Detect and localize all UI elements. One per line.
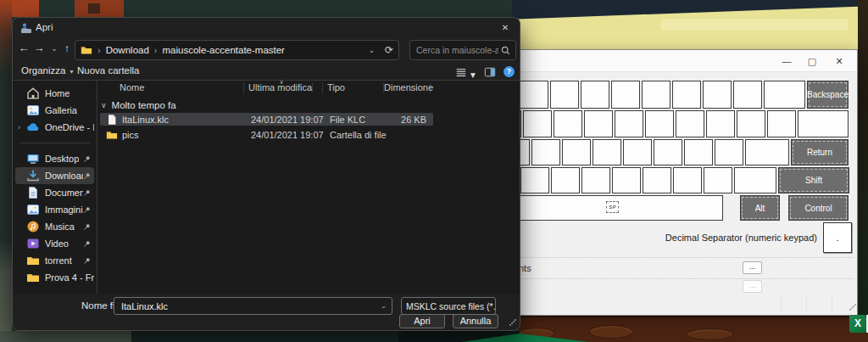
blank-key[interactable] xyxy=(684,139,713,165)
blank-key[interactable] xyxy=(673,167,702,193)
blank-key[interactable] xyxy=(593,139,621,165)
sidebar-item-musica[interactable]: Musica xyxy=(15,218,94,235)
address-dropdown-icon[interactable]: ⌄ xyxy=(369,47,375,54)
blank-key[interactable] xyxy=(676,110,704,137)
file-row-pics[interactable]: pics24/01/2021 19:07Cartella di file xyxy=(100,128,433,141)
organize-button[interactable]: Organizza▾ xyxy=(21,65,73,76)
blank-key[interactable] xyxy=(737,110,765,137)
blank-key[interactable] xyxy=(611,81,640,109)
blank-key[interactable] xyxy=(703,81,732,109)
filetype-select[interactable]: MSKLC source files (*.klc) ⌄ xyxy=(401,297,496,315)
column-header-name[interactable]: Nome xyxy=(97,82,244,93)
pin-icon xyxy=(83,257,94,265)
blank-key[interactable] xyxy=(798,110,849,137)
history-chevron-icon[interactable]: ⌄ xyxy=(47,44,61,53)
filename-dropdown-icon[interactable]: ⌄ xyxy=(381,302,387,310)
blank-key[interactable] xyxy=(554,110,582,137)
blank-key[interactable] xyxy=(612,167,641,193)
breadcrumb[interactable]: › Download › maiuscole-accentate-master … xyxy=(75,40,399,60)
blank-key[interactable] xyxy=(654,139,682,165)
sidebar-item-label: Musica xyxy=(45,221,75,232)
close-button[interactable]: ✕ xyxy=(830,53,849,69)
blank-key[interactable] xyxy=(581,167,610,193)
blank-key[interactable] xyxy=(520,167,549,193)
blank-key[interactable] xyxy=(581,81,609,109)
column-header-size[interactable]: Dimensione xyxy=(384,82,431,93)
folder-icon xyxy=(26,254,40,267)
filename-input[interactable] xyxy=(120,300,381,312)
sidebar-item-prova-4-freno[interactable]: Prova 4 - Freno xyxy=(15,269,94,286)
minimize-button[interactable]: — xyxy=(777,53,796,69)
search-icon[interactable] xyxy=(500,45,511,56)
shift-key[interactable]: Shift xyxy=(778,167,849,193)
resize-grip[interactable] xyxy=(851,307,853,309)
blank-key[interactable] xyxy=(734,167,776,193)
wallpaper-left-strip xyxy=(0,0,12,342)
list-view-icon[interactable] xyxy=(455,66,467,80)
navigation-row: ← → ⌄ ↑ › Download › maiuscole-accentate… xyxy=(13,40,520,64)
breadcrumb-segment-download[interactable]: Download xyxy=(106,45,149,55)
breadcrumb-segment-current[interactable]: maiuscole-accentate-master xyxy=(163,45,285,55)
dialog-close-icon[interactable]: ✕ xyxy=(491,18,520,38)
blank-key[interactable] xyxy=(706,110,735,137)
sidebar: HomeGalleria›OneDrive - ISIS ADesktopDow… xyxy=(13,85,97,286)
sidebar-item-video[interactable]: Video xyxy=(15,235,94,252)
help-icon[interactable]: ? xyxy=(504,66,515,77)
blank-key[interactable] xyxy=(584,110,613,137)
blank-key[interactable] xyxy=(550,81,579,109)
up-button[interactable]: ↑ xyxy=(60,42,74,54)
back-button[interactable]: ← xyxy=(17,42,31,54)
ellipsis-button[interactable]: ... xyxy=(743,261,762,274)
blank-key[interactable] xyxy=(767,110,796,137)
backspace-key[interactable]: Backspace xyxy=(807,81,849,109)
blank-key[interactable] xyxy=(551,167,580,193)
preview-pane-icon[interactable] xyxy=(484,66,496,80)
sidebar-item-onedrive-isis-a[interactable]: ›OneDrive - ISIS A xyxy=(15,119,94,136)
blank-key[interactable] xyxy=(733,81,762,109)
blank-key[interactable] xyxy=(715,139,743,165)
sidebar-item-desktop[interactable]: Desktop xyxy=(15,150,94,167)
blank-key[interactable] xyxy=(643,167,671,193)
refresh-icon[interactable]: ⟳ xyxy=(385,44,393,56)
file-type: Cartella di file xyxy=(326,130,387,140)
column-header-modified[interactable]: ∨Ultima modifica xyxy=(244,82,323,93)
sidebar-item-galleria[interactable]: Galleria xyxy=(15,102,94,119)
open-button[interactable]: Apri xyxy=(399,314,445,328)
sidebar-item-torrent[interactable]: torrent xyxy=(15,252,94,269)
control-key[interactable]: Control xyxy=(788,195,849,221)
decimal-separator-key[interactable]: . xyxy=(823,222,852,253)
file-icon xyxy=(106,114,118,126)
blank-key[interactable] xyxy=(615,110,643,137)
search-input[interactable] xyxy=(415,44,500,56)
column-header-type[interactable]: Tipo xyxy=(323,82,384,93)
blank-key[interactable] xyxy=(623,139,652,165)
forward-button[interactable]: → xyxy=(32,42,46,54)
blank-key[interactable] xyxy=(531,139,560,165)
sidebar-item-documenti[interactable]: Documenti xyxy=(15,184,94,201)
blank-key[interactable] xyxy=(672,81,701,109)
view-dropdown-icon[interactable]: ▾ xyxy=(470,69,476,81)
blank-key[interactable] xyxy=(523,110,552,137)
sidebar-item-download[interactable]: Download xyxy=(15,167,94,184)
blank-key[interactable] xyxy=(645,110,674,137)
dialog-resize-grip[interactable] xyxy=(511,322,513,324)
file-row-italinux-klc[interactable]: ItaLinux.klc24/01/2021 19:07File KLC26 K… xyxy=(100,113,433,126)
blank-key[interactable] xyxy=(704,167,732,193)
file-name: ItaLinux.klc xyxy=(122,115,169,125)
sidebar-item-immagini[interactable]: Immagini xyxy=(15,201,94,218)
new-folder-button[interactable]: Nuova cartella xyxy=(77,65,140,76)
blank-key[interactable] xyxy=(642,81,670,109)
blank-key[interactable] xyxy=(520,81,548,109)
grid-line xyxy=(806,295,807,312)
alt-key[interactable]: Alt xyxy=(740,195,780,221)
return-key[interactable]: Return xyxy=(791,139,849,165)
blank-key[interactable] xyxy=(745,139,789,165)
excel-icon[interactable]: X xyxy=(849,315,866,333)
expand-chevron-icon[interactable]: › xyxy=(18,123,26,132)
blank-key[interactable] xyxy=(562,139,591,165)
maximize-button[interactable]: ▢ xyxy=(803,53,821,69)
group-header[interactable]: ∨ Molto tempo fa xyxy=(97,98,520,113)
cancel-button[interactable]: Annulla xyxy=(453,314,498,328)
blank-key[interactable] xyxy=(764,81,805,109)
sidebar-item-home[interactable]: Home xyxy=(15,85,94,102)
